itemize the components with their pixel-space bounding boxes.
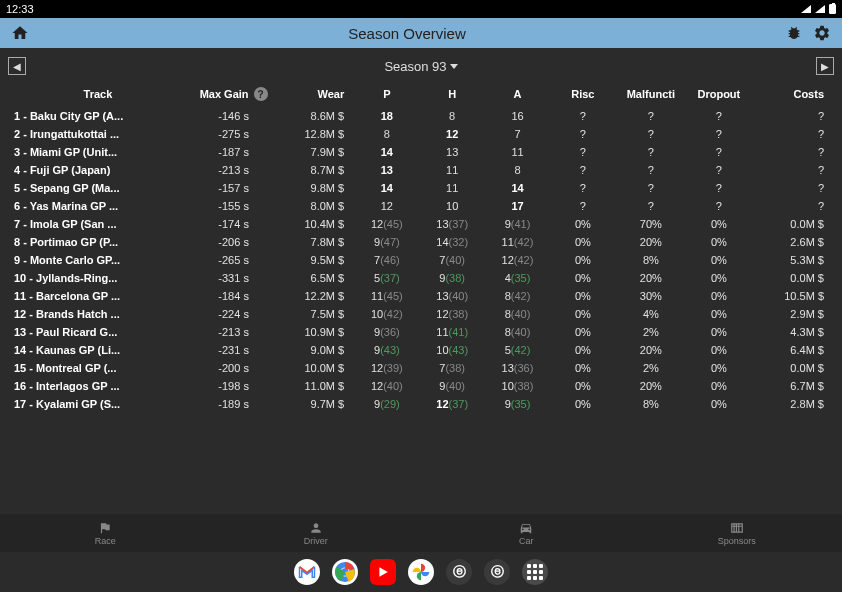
cell-track: 4 - Fuji GP (Japan): [10, 161, 186, 179]
table-row[interactable]: 14 - Kaunas GP (Li...-231 s9.0M $9(43)10…: [10, 341, 832, 359]
nav-race[interactable]: Race: [0, 514, 211, 552]
table-row[interactable]: 6 - Yas Marina GP ...-155 s8.0M $121017?…: [10, 197, 832, 215]
cell-drop: 0%: [686, 233, 751, 251]
photos-icon[interactable]: [408, 559, 434, 585]
cell-wear: 11.0M $: [281, 377, 354, 395]
cell-wear: 7.9M $: [281, 143, 354, 161]
cell-p: 9(36): [354, 323, 419, 341]
cell-costs: ?: [752, 143, 832, 161]
cell-h: 13(37): [420, 215, 485, 233]
cell-malf: 2%: [616, 323, 687, 341]
cell-costs: 5.3M $: [752, 251, 832, 269]
cell-wear: 8.6M $: [281, 107, 354, 125]
cell-maxgain: -224 s: [186, 305, 281, 323]
chrome-icon[interactable]: [332, 559, 358, 585]
cell-p: 12(39): [354, 359, 419, 377]
table-row[interactable]: 5 - Sepang GP (Ma...-157 s9.8M $141114??…: [10, 179, 832, 197]
cell-p: 10(42): [354, 305, 419, 323]
cell-costs: 10.5M $: [752, 287, 832, 305]
table-row[interactable]: 13 - Paul Ricard G...-213 s10.9M $9(36)1…: [10, 323, 832, 341]
gmail-icon[interactable]: [294, 559, 320, 585]
cell-wear: 8.0M $: [281, 197, 354, 215]
season-label: Season 93: [384, 59, 446, 74]
cell-p: 12(45): [354, 215, 419, 233]
cell-wear: 6.5M $: [281, 269, 354, 287]
apps-grid-icon[interactable]: [522, 559, 548, 585]
table-row[interactable]: 16 - Interlagos GP ...-198 s11.0M $12(40…: [10, 377, 832, 395]
cell-a: 16: [485, 107, 550, 125]
cell-h: 9(40): [420, 377, 485, 395]
bug-button[interactable]: [782, 21, 806, 45]
gear-icon: [813, 24, 831, 42]
cell-p: 9(47): [354, 233, 419, 251]
table-row[interactable]: 17 - Kyalami GP (S...-189 s9.7M $9(29)12…: [10, 395, 832, 413]
cell-track: 13 - Paul Ricard G...: [10, 323, 186, 341]
nav-driver[interactable]: Driver: [211, 514, 422, 552]
cell-a: 9(41): [485, 215, 550, 233]
settings-button[interactable]: [810, 21, 834, 45]
cell-risc: 0%: [550, 215, 615, 233]
table-row[interactable]: 4 - Fuji GP (Japan)-213 s8.7M $13118????: [10, 161, 832, 179]
cell-costs: 6.4M $: [752, 341, 832, 359]
col-h: H: [420, 84, 485, 107]
cell-wear: 8.7M $: [281, 161, 354, 179]
cell-maxgain: -155 s: [186, 197, 281, 215]
table-row[interactable]: 2 - Irungattukottai ...-275 s12.8M $8127…: [10, 125, 832, 143]
table-row[interactable]: 15 - Montreal GP (...-200 s10.0M $12(39)…: [10, 359, 832, 377]
cell-h: 13(40): [420, 287, 485, 305]
help-icon[interactable]: ?: [254, 87, 268, 101]
table-row[interactable]: 9 - Monte Carlo GP...-265 s9.5M $7(46)7(…: [10, 251, 832, 269]
cell-risc: ?: [550, 143, 615, 161]
home-button[interactable]: [8, 21, 32, 45]
cell-drop: ?: [686, 107, 751, 125]
prev-season-button[interactable]: ◀: [8, 57, 26, 75]
cell-maxgain: -198 s: [186, 377, 281, 395]
cell-drop: 0%: [686, 251, 751, 269]
table-row[interactable]: 10 - Jyllands-Ring...-331 s6.5M $5(37)9(…: [10, 269, 832, 287]
cell-costs: 2.8M $: [752, 395, 832, 413]
cell-drop: ?: [686, 197, 751, 215]
cell-risc: 0%: [550, 323, 615, 341]
cell-risc: 0%: [550, 359, 615, 377]
table-row[interactable]: 8 - Portimao GP (P...-206 s7.8M $9(47)14…: [10, 233, 832, 251]
app-icon-2[interactable]: ⓔ: [484, 559, 510, 585]
flag-icon: [97, 521, 113, 535]
cell-malf: ?: [616, 161, 687, 179]
app-icon-1[interactable]: ⓔ: [446, 559, 472, 585]
cell-costs: 2.6M $: [752, 233, 832, 251]
cell-wear: 10.4M $: [281, 215, 354, 233]
cell-costs: ?: [752, 125, 832, 143]
table-row[interactable]: 1 - Baku City GP (A...-146 s8.6M $18816?…: [10, 107, 832, 125]
cell-malf: 20%: [616, 377, 687, 395]
youtube-icon[interactable]: [370, 559, 396, 585]
table-row[interactable]: 3 - Miami GP (Unit...-187 s7.9M $141311?…: [10, 143, 832, 161]
cell-costs: 6.7M $: [752, 377, 832, 395]
cell-a: 12(42): [485, 251, 550, 269]
table-row[interactable]: 11 - Barcelona GP ...-184 s12.2M $11(45)…: [10, 287, 832, 305]
cell-p: 9(43): [354, 341, 419, 359]
cell-risc: 0%: [550, 305, 615, 323]
table-row[interactable]: 7 - Imola GP (San ...-174 s10.4M $12(45)…: [10, 215, 832, 233]
nav-car[interactable]: Car: [421, 514, 632, 552]
status-time: 12:33: [6, 3, 34, 15]
cell-h: 13: [420, 143, 485, 161]
cell-p: 12: [354, 197, 419, 215]
nav-sponsors[interactable]: Sponsors: [632, 514, 843, 552]
cell-maxgain: -157 s: [186, 179, 281, 197]
chevron-down-icon: [450, 64, 458, 69]
table-row[interactable]: 12 - Brands Hatch ...-224 s7.5M $10(42)1…: [10, 305, 832, 323]
next-season-button[interactable]: ▶: [816, 57, 834, 75]
cell-costs: 0.0M $: [752, 269, 832, 287]
col-track: Track: [10, 84, 186, 107]
cell-drop: 0%: [686, 269, 751, 287]
wifi-icon: [801, 5, 811, 13]
season-selector[interactable]: Season 93: [384, 59, 457, 74]
col-costs: Costs: [752, 84, 832, 107]
cell-h: 11: [420, 161, 485, 179]
cell-risc: 0%: [550, 287, 615, 305]
android-dock: ⓔ ⓔ: [0, 552, 842, 592]
cell-maxgain: -331 s: [186, 269, 281, 287]
cell-p: 8: [354, 125, 419, 143]
cell-track: 10 - Jyllands-Ring...: [10, 269, 186, 287]
cell-h: 8: [420, 107, 485, 125]
